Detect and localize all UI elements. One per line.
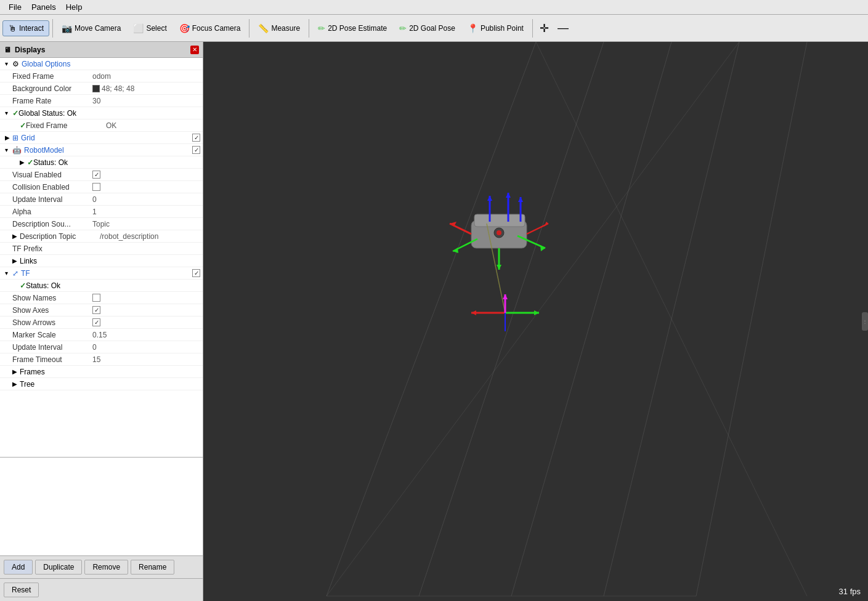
tool-2d-pose[interactable]: ✏ 2D Pose Estimate: [312, 20, 392, 36]
global-status-label: Global Status: Ok: [18, 109, 200, 118]
grid-row[interactable]: ▶ ⊞ Grid ✓: [0, 132, 203, 144]
svg-marker-30: [471, 310, 476, 315]
collision-enabled-row[interactable]: Collision Enabled: [0, 181, 203, 193]
remove-button[interactable]: Remove: [84, 560, 128, 575]
toolbar-plus-btn[interactable]: ✛: [536, 22, 553, 35]
marker-scale-row[interactable]: Marker Scale 0.15: [0, 329, 203, 341]
tf-arrow[interactable]: ▾: [5, 270, 12, 276]
desc-source-row[interactable]: Description Sou... Topic: [0, 218, 203, 230]
global-options-arrow[interactable]: ▾: [5, 60, 12, 67]
fixed-frame-status-name: Fixed Frame: [26, 121, 106, 130]
fixed-frame-value: odom: [92, 72, 111, 81]
menu-file[interactable]: File: [4, 1, 26, 13]
tool-2d-goal[interactable]: ✏ 2D Goal Pose: [394, 20, 461, 36]
tf-row[interactable]: ▾ ⤢ TF ✓: [0, 267, 203, 280]
add-button[interactable]: Add: [4, 560, 33, 575]
tool-focus-camera[interactable]: 🎯 Focus Camera: [174, 20, 246, 36]
tree-arrow-el[interactable]: ▶: [12, 381, 20, 387]
robot-update-interval-name: Update Interval: [12, 195, 92, 204]
tf-label: TF: [21, 269, 107, 278]
tool-publish-point[interactable]: 📍 Publish Point: [462, 20, 529, 36]
tool-interact[interactable]: 🖱 Interact: [2, 20, 49, 36]
tf-status-checkmark: ✓: [20, 281, 26, 290]
tf-status-row[interactable]: ✓ Status: Ok: [0, 280, 203, 292]
menu-help[interactable]: Help: [61, 1, 87, 13]
displays-close-btn[interactable]: ✕: [190, 46, 199, 54]
show-arrows-row[interactable]: Show Arrows ✓: [0, 317, 203, 329]
frame-timeout-row[interactable]: Frame Timeout 15: [0, 353, 203, 366]
tool-measure[interactable]: 📏 Measure: [253, 20, 306, 36]
robot-status-row[interactable]: ▶ ✓ Status: Ok: [0, 156, 203, 169]
visual-enabled-checkbox[interactable]: ✓: [92, 171, 100, 179]
frame-rate-row[interactable]: Frame Rate 30: [0, 95, 203, 107]
show-names-checkbox[interactable]: [92, 294, 100, 302]
tool-select[interactable]: ⬜ Select: [128, 20, 172, 36]
links-row[interactable]: ▶ Links: [0, 255, 203, 267]
fixed-frame-status-row[interactable]: ✓ Fixed Frame OK: [0, 119, 203, 132]
frame-timeout-value: 15: [92, 355, 100, 364]
global-options-row[interactable]: ▾ ⚙ Global Options: [0, 58, 203, 70]
displays-title-text: Displays: [15, 46, 45, 54]
global-options-icon: ⚙: [12, 60, 19, 68]
tf-prefix-row[interactable]: TF Prefix: [0, 243, 203, 255]
show-names-row[interactable]: Show Names: [0, 292, 203, 304]
tool-measure-label: Measure: [271, 24, 300, 33]
background-color-row[interactable]: Background Color 48; 48; 48: [0, 83, 203, 95]
show-arrows-checkbox[interactable]: ✓: [92, 318, 100, 326]
robot-model-arrow[interactable]: ▾: [5, 147, 12, 153]
visual-enabled-name: Visual Enabled: [12, 171, 92, 179]
desc-topic-row[interactable]: ▶ Description Topic /robot_description: [0, 230, 203, 243]
tree-label: Tree: [20, 380, 200, 389]
svg-marker-25: [540, 245, 545, 251]
show-axes-row[interactable]: Show Axes ✓: [0, 304, 203, 317]
collision-enabled-checkbox[interactable]: [92, 183, 100, 191]
grid-icon: ⊞: [12, 134, 18, 142]
tf-update-interval-row[interactable]: Update Interval 0: [0, 341, 203, 353]
frames-label: Frames: [20, 368, 200, 376]
show-axes-checkbox[interactable]: ✓: [92, 306, 100, 314]
main-layout: 🖥 Displays ✕ ▾ ⚙ Global Options Fixed Fr…: [0, 42, 868, 601]
frames-arrow[interactable]: ▶: [12, 368, 20, 375]
global-status-arrow[interactable]: ▾: [5, 110, 12, 116]
robot-model-checkbox[interactable]: ✓: [192, 146, 200, 154]
robot-update-interval-row[interactable]: Update Interval 0: [0, 193, 203, 206]
tool-2d-pose-label: 2D Pose Estimate: [328, 24, 387, 33]
svg-marker-34: [503, 294, 508, 299]
displays-header: 🖥 Displays ✕: [0, 42, 203, 58]
grid-arrow[interactable]: ▶: [5, 134, 12, 141]
frames-row[interactable]: ▶ Frames: [0, 366, 203, 378]
tf-prefix-name: TF Prefix: [12, 244, 92, 253]
3d-viewport[interactable]: ⋮ 31 fps: [203, 42, 868, 601]
tree-row[interactable]: ▶ Tree: [0, 378, 203, 390]
links-arrow[interactable]: ▶: [12, 257, 20, 264]
visual-enabled-row[interactable]: Visual Enabled ✓: [0, 169, 203, 181]
svg-rect-9: [474, 214, 525, 227]
tf-checkbox[interactable]: ✓: [192, 269, 200, 277]
frame-rate-name: Frame Rate: [12, 97, 92, 105]
svg-point-11: [497, 230, 501, 235]
tool-move-camera[interactable]: 📷 Move Camera: [56, 20, 126, 36]
interact-icon: 🖱: [8, 23, 17, 33]
desc-topic-arrow[interactable]: ▶: [12, 233, 20, 240]
robot-model-row[interactable]: ▾ 🤖 RobotModel ✓: [0, 144, 203, 156]
tf-update-interval-name: Update Interval: [12, 343, 92, 352]
grid-checkbox[interactable]: ✓: [192, 134, 200, 142]
fixed-frame-status-checkmark: ✓: [20, 121, 26, 130]
svg-line-2: [511, 42, 671, 596]
alpha-row[interactable]: Alpha 1: [0, 206, 203, 218]
duplicate-button[interactable]: Duplicate: [35, 560, 82, 575]
toolbar-minus-btn[interactable]: —: [554, 22, 572, 34]
displays-tree: ▾ ⚙ Global Options Fixed Frame odom Back…: [0, 58, 203, 457]
viewport-resize-handle[interactable]: ⋮: [862, 312, 868, 331]
menu-panels[interactable]: Panels: [26, 1, 61, 13]
svg-marker-23: [497, 265, 501, 270]
fixed-frame-row[interactable]: Fixed Frame odom: [0, 70, 203, 83]
fps-counter: 31 fps: [839, 587, 861, 596]
reset-button[interactable]: Reset: [4, 583, 39, 597]
svg-line-7: [327, 42, 739, 596]
global-status-row[interactable]: ▾ ✓ Global Status: Ok: [0, 107, 203, 119]
left-panel: 🖥 Displays ✕ ▾ ⚙ Global Options Fixed Fr…: [0, 42, 203, 601]
robot-status-arrow[interactable]: ▶: [20, 159, 27, 166]
select-icon: ⬜: [133, 23, 144, 33]
rename-button[interactable]: Rename: [131, 560, 174, 575]
